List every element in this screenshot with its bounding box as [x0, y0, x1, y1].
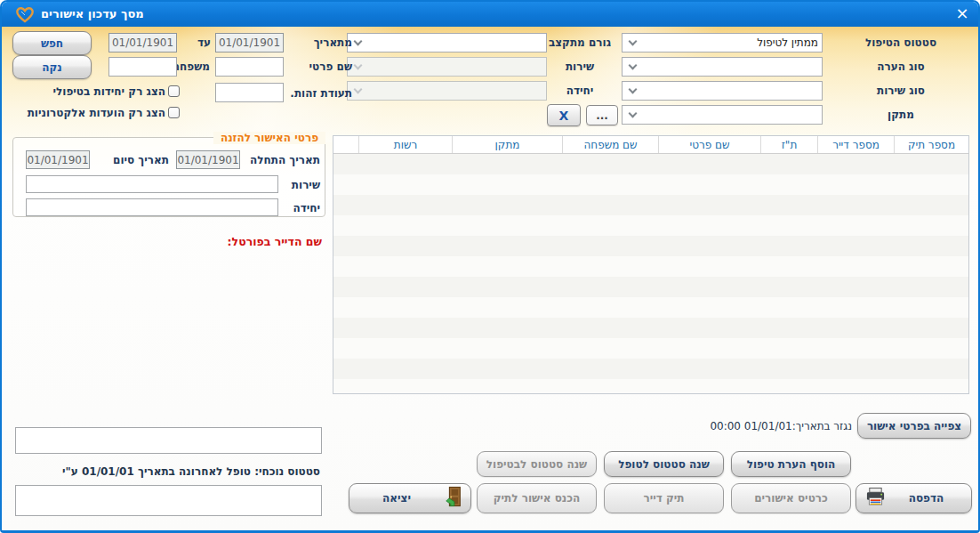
set-status-handled-button[interactable]: שנה סטטוס לטופל	[604, 451, 724, 477]
search-button[interactable]: חפש	[12, 31, 92, 55]
table-row[interactable]	[333, 154, 968, 174]
note-input-1[interactable]	[15, 427, 322, 454]
table-row[interactable]	[333, 215, 968, 236]
table-row[interactable]	[333, 236, 968, 256]
view-approval-details-button[interactable]: צפייה בפרטי אישור	[857, 413, 971, 439]
add-care-note-button[interactable]: הוסף הערת טיפול	[731, 451, 851, 477]
service-type-label: סוג שירות	[833, 85, 968, 97]
service-detail-label: שירות	[279, 179, 320, 191]
table-row[interactable]	[333, 379, 968, 394]
chevron-down-icon	[629, 61, 638, 70]
exit-button[interactable]: יציאה	[349, 483, 471, 513]
unit-filter-combo	[347, 81, 547, 101]
chevron-down-icon	[629, 109, 638, 118]
service-filter-label: שירות	[545, 61, 615, 73]
clear-facility-button[interactable]: X	[547, 104, 581, 126]
print-button-label: הדפסה	[909, 492, 944, 505]
exit-button-label: יציאה	[382, 492, 411, 505]
status-label: סטטוס הטיפול	[833, 36, 968, 49]
table-row[interactable]	[333, 318, 968, 338]
start-date-field[interactable]: 01/01/1901	[176, 150, 240, 169]
column-header[interactable]: רשות	[358, 136, 452, 153]
approvals-update-window: מסך עדכון אישורים × סטטוס הטיפול ממתין ל…	[0, 0, 980, 533]
facility-combo[interactable]	[622, 105, 823, 125]
table-row[interactable]	[333, 338, 968, 359]
funder-combo[interactable]	[347, 33, 547, 52]
comment-type-label: סוג הערה	[833, 61, 968, 73]
unit-detail-input[interactable]	[26, 198, 278, 216]
chevron-down-icon	[354, 61, 363, 70]
resident-file-button: תיק דייר	[604, 483, 724, 513]
clear-button[interactable]: נקה	[12, 55, 92, 79]
door-exit-icon	[444, 486, 463, 511]
show-only-units-label: הצג רק יחידות בטיפולי	[36, 85, 165, 98]
portal-resident-name-label: שם הדייר בפורטל:	[212, 235, 322, 248]
column-header[interactable]: מספר דייר	[817, 136, 894, 153]
table-row[interactable]	[333, 277, 968, 297]
end-date-label: תאריך סיום	[92, 154, 169, 166]
to-date-field[interactable]: 01/01/1901	[108, 33, 177, 52]
service-type-combo[interactable]	[622, 81, 823, 101]
from-date-label: מתאריך	[309, 36, 352, 49]
chevron-down-icon	[354, 85, 363, 94]
chevron-down-icon	[629, 37, 638, 46]
chevron-down-icon	[354, 37, 363, 46]
unit-detail-label: יחידה	[279, 202, 320, 214]
status-combo[interactable]: ממתין לטיפול	[622, 33, 823, 52]
window-title: מסך עדכון אישורים	[41, 7, 144, 20]
column-header[interactable]: ת"ז	[760, 136, 817, 153]
funder-label: גורם מתקצב	[545, 36, 615, 49]
column-header[interactable]	[333, 136, 358, 153]
column-header[interactable]: מספר תיק	[894, 136, 968, 153]
to-date-label: עד	[188, 36, 211, 49]
note-input-2[interactable]	[15, 485, 322, 516]
column-header[interactable]: שם משפחה	[562, 136, 658, 153]
table-row[interactable]	[333, 174, 968, 195]
insert-approval-to-file-button: הכנס אישור לתיק	[477, 483, 597, 513]
show-only-electronic-label: הצג רק הועדות אלקטרוניות	[24, 107, 165, 119]
derived-on-text: נגזר בתאריך:01/01/01 00:00	[687, 420, 852, 432]
approval-details-title: פרטי האישור להזנה	[213, 132, 325, 144]
first-name-input[interactable]	[215, 57, 284, 77]
unit-filter-label: יחידה	[545, 85, 615, 97]
service-filter-combo	[347, 57, 547, 77]
browse-button[interactable]: ...	[586, 105, 618, 125]
results-grid[interactable]: מספר תיקמספר דיירת"זשם פרטישם משפחהמתקןר…	[333, 135, 969, 394]
approvals-card-button: כרטיס אישורים	[731, 483, 851, 513]
column-header[interactable]: שם פרטי	[658, 136, 760, 153]
end-date-field[interactable]: 01/01/1901	[26, 150, 90, 169]
show-only-electronic-checkbox[interactable]	[168, 107, 180, 118]
printer-icon	[865, 488, 886, 510]
table-body	[333, 154, 968, 394]
set-status-in-care-button: שנה סטטוס לבטיפול	[477, 451, 597, 477]
show-only-units-checkbox[interactable]	[168, 85, 180, 97]
title-bar: מסך עדכון אישורים ×	[2, 2, 978, 27]
id-number-label: תעודת זהות.	[286, 87, 352, 100]
print-button[interactable]: הדפסה	[855, 483, 972, 513]
service-detail-input[interactable]	[26, 175, 278, 193]
status-combo-value: ממתין לטיפול	[757, 36, 822, 49]
table-row[interactable]	[333, 359, 968, 379]
table-row[interactable]	[333, 256, 968, 277]
comment-type-combo[interactable]	[622, 57, 823, 77]
start-date-label: תאריך התחלה	[240, 154, 320, 166]
chevron-down-icon	[629, 85, 638, 94]
current-status-text: סטטוס נוכחי: טופל לאחרונה בתאריך 01/01/0…	[36, 465, 320, 478]
column-header[interactable]: מתקן	[452, 136, 562, 153]
close-icon[interactable]: ×	[952, 4, 973, 23]
first-name-label: שם פרטי	[306, 61, 352, 73]
facility-label: מתקן	[833, 109, 968, 121]
table-header: מספר תיקמספר דיירת"זשם פרטישם משפחהמתקןר…	[333, 136, 968, 154]
table-row[interactable]	[333, 195, 968, 215]
from-date-field[interactable]: 01/01/1901	[215, 33, 284, 52]
id-number-input[interactable]	[215, 83, 284, 102]
table-row[interactable]	[333, 297, 968, 318]
app-logo-icon	[14, 5, 36, 23]
last-name-input[interactable]	[108, 57, 177, 77]
